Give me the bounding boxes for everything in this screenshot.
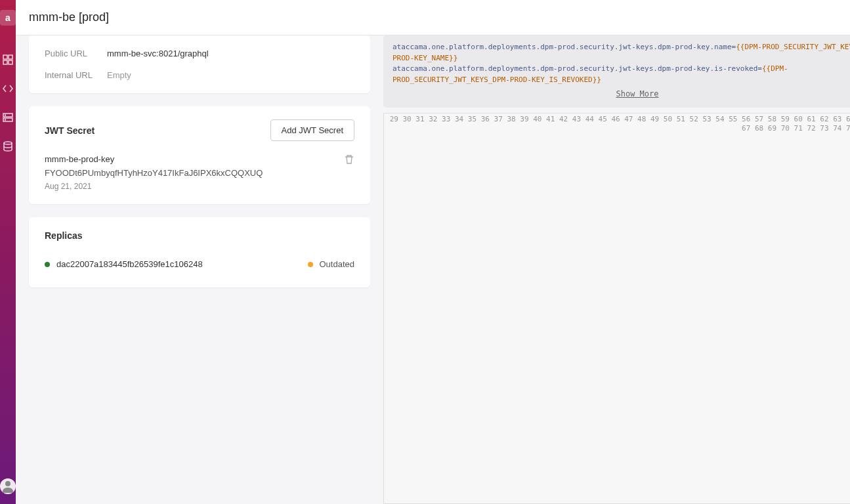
nav-database-icon[interactable]: [0, 138, 16, 154]
public-url-label: Public URL: [45, 49, 107, 58]
jwt-key-date: Aug 21, 2021: [45, 182, 344, 191]
public-url-value: mmm-be-svc:8021/graphql: [107, 49, 209, 58]
page-title: mmm-be [prod]: [29, 10, 850, 24]
sidebar: a: [0, 0, 16, 504]
add-jwt-button[interactable]: Add JWT Secret: [270, 119, 354, 141]
replicas-title: Replicas: [45, 230, 83, 241]
status-dot-green: [45, 262, 50, 267]
jwt-title: JWT Secret: [45, 125, 95, 136]
replica-id: dac22007a183445fb26539fe1c106248: [56, 259, 203, 269]
nav-server-icon[interactable]: [0, 110, 16, 125]
internal-url-value: Empty: [107, 70, 131, 80]
replicas-card: Replicas dac22007a183445fb26539fe1c10624…: [29, 217, 370, 287]
jwt-card: JWT Secret Add JWT Secret mmm-be-prod-ke…: [29, 106, 370, 204]
svg-rect-0: [3, 55, 7, 59]
jwt-key-name: mmm-be-prod-key: [45, 154, 344, 164]
svg-point-7: [5, 119, 6, 120]
svg-rect-2: [3, 60, 7, 64]
svg-point-6: [5, 115, 6, 116]
replica-status: Outdated: [320, 259, 355, 269]
code-editor[interactable]: 29 30 31 32 33 34 35 36 37 38 39 40 41 4…: [383, 113, 850, 504]
urls-card: Public URL mmm-be-svc:8021/graphql Inter…: [29, 35, 370, 93]
svg-rect-1: [9, 55, 12, 59]
jwt-key-value: FYOODt6PUmbyqfHTyhHzoY417IkFaJ6IPX6kxCQQ…: [45, 168, 344, 178]
page-header: mmm-be [prod]: [16, 0, 850, 35]
svg-point-9: [5, 481, 11, 486]
app-logo[interactable]: a: [0, 10, 16, 26]
line-gutter: 29 30 31 32 33 34 35 36 37 38 39 40 41 4…: [384, 114, 850, 503]
status-dot-orange: [308, 262, 313, 267]
delete-icon[interactable]: [344, 154, 354, 165]
user-avatar[interactable]: [0, 478, 16, 494]
svg-point-8: [4, 142, 12, 144]
internal-url-label: Internal URL: [45, 70, 107, 80]
show-more-link[interactable]: Show More: [393, 85, 850, 102]
svg-rect-3: [9, 60, 12, 64]
replica-row: dac22007a183445fb26539fe1c106248 Outdate…: [45, 254, 354, 274]
nav-code-icon[interactable]: [0, 81, 16, 96]
nav-dashboard-icon[interactable]: [0, 52, 16, 68]
config-preview: ataccama.one.platform.deployments.dpm-pr…: [383, 35, 850, 108]
